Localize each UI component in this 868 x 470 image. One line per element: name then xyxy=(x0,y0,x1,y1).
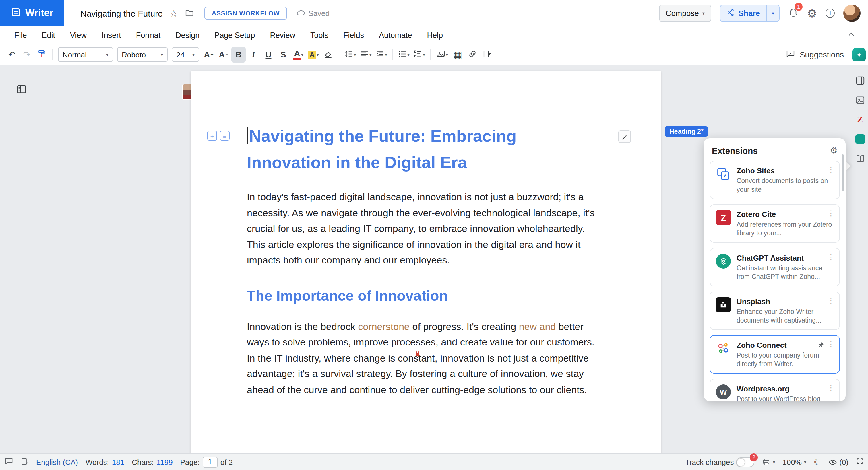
folder-icon[interactable] xyxy=(185,9,194,18)
chatgpt-icon xyxy=(716,254,731,269)
insert-image-button[interactable]: ▾ xyxy=(434,47,450,62)
undo-button[interactable]: ↶ xyxy=(5,47,19,62)
menu-help[interactable]: Help xyxy=(420,29,451,42)
reference-book-icon[interactable] xyxy=(854,153,866,164)
zia-assistant-button[interactable] xyxy=(852,48,866,61)
track-changes-toggle[interactable]: 2 xyxy=(736,457,755,467)
insert-table-button[interactable]: ▦ xyxy=(451,47,465,62)
assign-workflow-button[interactable]: ASSIGN WORKFLOW xyxy=(205,7,287,20)
bullet-list-button[interactable]: ▾ xyxy=(396,47,411,62)
italic-button[interactable]: I xyxy=(246,47,260,62)
extension-card-wordpress[interactable]: W Wordpress.org Post to your WordPress b… xyxy=(710,379,840,401)
menu-fields[interactable]: Fields xyxy=(336,29,371,42)
insert-block-icon[interactable]: + xyxy=(207,131,217,140)
menu-edit[interactable]: Edit xyxy=(34,29,63,42)
menu-format[interactable]: Format xyxy=(129,29,168,42)
caret-down-icon: ▾ xyxy=(369,52,372,57)
menu-design[interactable]: Design xyxy=(168,29,207,42)
language-selector[interactable]: English (CA) xyxy=(36,458,78,466)
increase-font-size-button[interactable]: A+ xyxy=(202,47,216,62)
kebab-menu-icon[interactable]: ⋮ xyxy=(827,210,835,217)
underline-button[interactable]: U xyxy=(261,47,276,62)
compose-button[interactable]: Compose ▾ xyxy=(659,5,712,22)
highlight-color-button[interactable]: A ▾ xyxy=(306,47,321,62)
document-title[interactable]: Navigating the Future xyxy=(81,8,163,18)
clear-formatting-button[interactable] xyxy=(321,47,336,62)
eraser-icon xyxy=(324,49,333,60)
font-size-select[interactable]: 24 ▾ xyxy=(172,47,199,62)
page-number-input[interactable]: 1 xyxy=(203,457,218,467)
night-mode-icon[interactable]: ☾ xyxy=(814,458,821,467)
menu-review[interactable]: Review xyxy=(262,29,303,42)
caret-down-icon: ▾ xyxy=(317,52,319,57)
viewers-indicator[interactable]: (0) xyxy=(828,458,848,466)
extension-card-chatgpt[interactable]: ChatGPT Assistant Get instant writing as… xyxy=(710,248,840,286)
document-workspace: + ≡ Navigating the Future: Embracing Inn… xyxy=(0,65,868,453)
tracked-change-marker-icon[interactable] xyxy=(415,348,420,359)
drag-block-icon[interactable]: ≡ xyxy=(220,131,229,140)
char-count[interactable]: Chars: 1199 xyxy=(132,458,173,466)
insert-link-button[interactable] xyxy=(465,47,479,62)
share-button[interactable]: Share xyxy=(721,5,766,21)
strikethrough-button[interactable]: S xyxy=(276,47,290,62)
kebab-menu-icon[interactable]: ⋮ xyxy=(827,166,835,173)
decrease-font-size-button[interactable]: A− xyxy=(216,47,231,62)
zoho-app-icon[interactable] xyxy=(854,133,866,145)
menu-file[interactable]: File xyxy=(7,29,34,42)
collapse-toolbar-button[interactable] xyxy=(847,30,856,40)
multilevel-list-button[interactable]: ▾ xyxy=(412,47,427,62)
gallery-icon[interactable] xyxy=(854,94,866,105)
navigation-panel-toggle[interactable] xyxy=(16,84,27,97)
document-paragraph[interactable]: In today's fast-paced digital landscape,… xyxy=(247,189,605,268)
pin-icon[interactable] xyxy=(817,340,825,351)
zoom-control[interactable]: 100% ▾ xyxy=(783,458,807,466)
word-count[interactable]: Words: 181 xyxy=(86,458,124,466)
print-layout-button[interactable]: ▾ xyxy=(762,458,775,466)
zia-inline-tools-button[interactable] xyxy=(618,130,631,143)
kebab-menu-icon[interactable]: ⋮ xyxy=(827,340,835,348)
format-painter-button[interactable] xyxy=(34,47,49,62)
menu-view[interactable]: View xyxy=(63,29,94,42)
align-button[interactable]: ▾ xyxy=(359,47,373,62)
document-body[interactable]: Navigating the Future: Embracing Innovat… xyxy=(191,71,661,398)
bold-button[interactable]: B xyxy=(231,47,246,62)
extensions-scrollbar[interactable] xyxy=(842,154,844,191)
help-button[interactable]: i xyxy=(826,9,835,18)
font-family-select[interactable]: Roboto ▾ xyxy=(117,47,167,62)
writer-logo[interactable]: Writer xyxy=(0,0,64,26)
extension-card-unsplash[interactable]: Unsplash Enhance your Zoho Writer docume… xyxy=(710,291,840,330)
info-panel-icon[interactable] xyxy=(854,74,866,86)
redo-button[interactable]: ↷ xyxy=(20,47,34,62)
kebab-menu-icon[interactable]: ⋮ xyxy=(827,384,835,391)
document-paragraph-tracked[interactable]: Innovation is the bedrock cornerstone of… xyxy=(247,319,605,398)
extension-card-zotero[interactable]: Z Zotero Cite Add references from your Z… xyxy=(710,204,840,243)
kebab-menu-icon[interactable]: ⋮ xyxy=(827,297,835,304)
style-indicator-badge: Heading 2* xyxy=(665,126,708,136)
share-options-button[interactable]: ▾ xyxy=(766,5,779,21)
paragraph-style-select[interactable]: Normal ▾ xyxy=(58,47,113,62)
indent-button[interactable]: ▾ xyxy=(374,47,389,62)
favorite-star-icon[interactable]: ☆ xyxy=(169,8,178,19)
notifications-button[interactable]: 1 xyxy=(788,7,799,20)
menu-tools[interactable]: Tools xyxy=(303,29,336,42)
comments-icon[interactable] xyxy=(5,457,13,467)
fullscreen-icon[interactable] xyxy=(856,458,863,467)
document-heading-1[interactable]: Navigating the Future: Embracing Innovat… xyxy=(247,123,605,176)
menu-insert[interactable]: Insert xyxy=(94,29,129,42)
settings-button[interactable]: ⚙ xyxy=(807,7,817,20)
zia-panel-icon[interactable]: Z xyxy=(854,114,866,125)
suggestions-button[interactable]: Suggestions xyxy=(786,49,863,60)
extensions-settings-icon[interactable]: ⚙ xyxy=(830,145,838,156)
user-avatar[interactable] xyxy=(843,5,861,22)
extension-card-zoho-connect[interactable]: Zoho Connect Post to your company forum … xyxy=(710,335,840,374)
font-color-button[interactable]: A ▾ xyxy=(291,47,305,62)
menu-automate[interactable]: Automate xyxy=(371,29,420,42)
line-spacing-button[interactable]: ▾ xyxy=(343,47,358,62)
document-heading-2[interactable]: The Importance of Innovation xyxy=(247,285,605,305)
document-info-icon[interactable] xyxy=(21,457,29,467)
menu-page-setup[interactable]: Page Setup xyxy=(207,29,262,42)
extension-card-zoho-sites[interactable]: Zoho Sites Convert documents to posts on… xyxy=(710,161,840,199)
kebab-menu-icon[interactable]: ⋮ xyxy=(827,253,835,260)
insert-fields-button[interactable] xyxy=(480,47,495,62)
document-page[interactable]: + ≡ Navigating the Future: Embracing Inn… xyxy=(191,71,661,453)
